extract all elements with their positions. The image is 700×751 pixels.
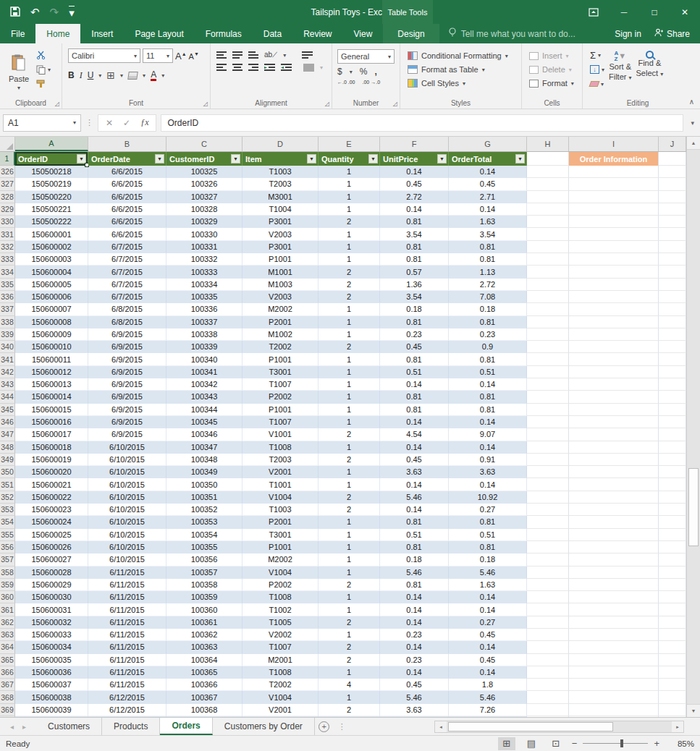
sort-filter-button[interactable]: AZ▼ Sort & Filter ▾ [609,49,632,97]
cell[interactable]: 0.23 [380,328,449,341]
cell[interactable]: 1 [319,553,380,566]
column-header-c[interactable]: C [166,137,243,151]
cell[interactable] [527,291,569,303]
cell[interactable]: 1.8 [449,679,527,691]
cell[interactable]: 100355 [166,541,243,553]
cell[interactable]: 0.81 [380,541,449,553]
cell[interactable] [659,454,686,466]
cell[interactable]: T1007 [243,416,319,428]
cell[interactable]: T3001 [243,366,319,378]
decrease-decimal-icon[interactable]: .00 →.0 [363,80,381,85]
clear-button[interactable]: ▾ [590,78,604,90]
cell[interactable] [569,316,659,328]
cell[interactable] [527,666,569,679]
cell[interactable]: T1008 [243,666,319,679]
cell[interactable]: 6/10/2015 [88,529,166,541]
name-box[interactable]: A1▾ [3,114,81,132]
cell[interactable]: 150600030 [15,591,88,603]
cell[interactable]: 100348 [166,454,243,466]
cell[interactable]: 0.14 [380,378,449,391]
font-dialog-launcher-icon[interactable]: ◿ [203,101,208,107]
row-number[interactable]: 1 [0,152,15,166]
header-cell-unitprice[interactable]: UnitPrice▼ [380,152,449,166]
cell[interactable]: 0.14 [380,504,449,516]
cell[interactable]: 100345 [166,416,243,428]
cell[interactable]: 6/11/2015 [88,603,166,616]
cell[interactable]: 150500220 [15,191,88,203]
cell-styles-button[interactable]: Cell Styles▾ [408,79,508,88]
cell[interactable]: 0.81 [449,516,527,528]
scroll-up-icon[interactable]: ▲ [687,137,700,150]
cell[interactable]: 5.46 [380,691,449,703]
fill-dropdown-icon[interactable]: ▾ [143,72,146,79]
cell[interactable]: 0.81 [449,353,527,365]
header-cell-customerid[interactable]: CustomerID▼ [166,152,243,166]
cell[interactable] [569,328,659,341]
cell[interactable]: 0.14 [380,666,449,679]
cell[interactable] [659,491,686,504]
cell[interactable]: 0.51 [449,529,527,541]
cell[interactable]: 150500222 [15,216,88,228]
cell[interactable]: 1 [319,241,380,253]
cell[interactable]: 0.81 [449,253,527,266]
row-number[interactable]: 364 [0,641,15,653]
row-number[interactable]: 342 [0,366,15,378]
cell[interactable] [569,353,659,365]
cell[interactable] [527,316,569,328]
row-number[interactable]: 366 [0,666,15,679]
row-number[interactable]: 343 [0,378,15,391]
cell[interactable] [659,191,686,203]
cell[interactable] [659,416,686,428]
cell[interactable] [659,341,686,353]
cell[interactable] [569,203,659,216]
cell[interactable]: 100337 [166,316,243,328]
cell[interactable]: 0.18 [380,553,449,566]
cell[interactable] [659,654,686,666]
cell[interactable] [569,391,659,403]
cell[interactable]: 150600017 [15,428,88,441]
cell[interactable]: 1 [319,541,380,553]
cell[interactable]: 6/9/2015 [88,328,166,341]
row-number[interactable]: 333 [0,253,15,266]
cell[interactable]: 150600020 [15,466,88,478]
cell[interactable] [569,629,659,641]
grow-font-icon[interactable]: A▲ [175,51,187,61]
paste-dropdown-icon[interactable]: ▾ [17,85,20,91]
cell[interactable]: 2 [319,454,380,466]
tell-me-box[interactable]: Tell me what you want to do... [439,24,584,43]
alignment-dialog-launcher-icon[interactable]: ◿ [325,101,329,107]
ribbon-display-options-icon[interactable] [578,0,609,24]
currency-icon[interactable]: $ [337,67,342,77]
cell[interactable]: 100353 [166,516,243,528]
cell[interactable] [527,641,569,653]
format-cells-button[interactable]: Format▾ [529,79,574,88]
cell[interactable] [527,266,569,278]
cell[interactable] [527,166,569,178]
cell[interactable]: 150600024 [15,516,88,528]
column-header-g[interactable]: G [449,137,527,151]
cell[interactable]: 0.51 [449,366,527,378]
cell[interactable]: 0.81 [380,216,449,228]
cell[interactable]: T2002 [243,341,319,353]
cell[interactable]: 150600029 [15,579,88,591]
cell[interactable]: P1001 [243,253,319,266]
cell[interactable]: T1004 [243,203,319,216]
filter-dropdown-icon[interactable]: ▼ [368,154,378,164]
zoom-percentage[interactable]: 85% [667,739,694,748]
tab-design[interactable]: Design [383,24,439,43]
insert-function-icon[interactable]: ƒx [140,117,148,128]
cell[interactable]: 150600016 [15,416,88,428]
cell[interactable] [527,491,569,504]
row-number[interactable]: 360 [0,591,15,603]
cell[interactable]: V2001 [243,466,319,478]
cell[interactable]: 0.51 [380,529,449,541]
cell[interactable] [659,691,686,703]
cell[interactable]: 6/11/2015 [88,679,166,691]
cell[interactable]: 100356 [166,553,243,566]
cell[interactable]: 150600019 [15,454,88,466]
row-number[interactable]: 351 [0,478,15,491]
shrink-font-icon[interactable]: A▼ [189,51,199,61]
cell[interactable]: 2 [319,279,380,291]
cell[interactable]: T1008 [243,441,319,454]
cell[interactable]: 0.81 [380,579,449,591]
